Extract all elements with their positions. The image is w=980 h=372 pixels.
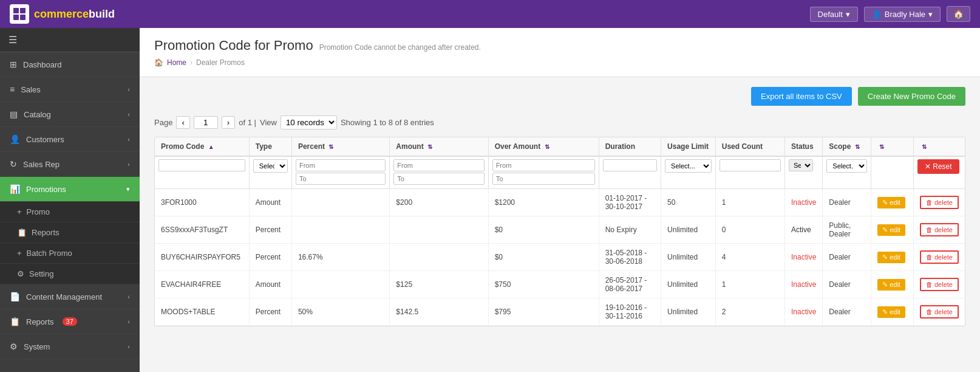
percent-to-input[interactable] [296,173,386,185]
cell-percent: 50% [291,298,389,326]
amount-sort-icon[interactable]: ⇅ [427,143,432,150]
scope-filter-select[interactable]: Select... Dealer Public [826,159,867,173]
delete-button[interactable]: 🗑 delete [920,305,959,319]
percent-sort-icon[interactable]: ⇅ [328,143,333,150]
content-arrow-icon: ‹ [128,293,130,300]
over-amount-to-input[interactable] [492,173,595,185]
export-csv-button[interactable]: Export all items to CSV [751,87,852,106]
edit-button[interactable]: ✎ edit [877,306,905,318]
cell-promo-code: EVACHAIR4FREE [155,271,249,298]
usage-limit-filter-select[interactable]: Select... Unlimited [665,159,712,173]
content-area: Promotion Code for Promo Promotion Code … [140,28,980,372]
user-dropdown[interactable]: 👤 Bradly Hale ▾ [864,7,941,22]
sidebar-item-customers[interactable]: 👤 Customers ‹ [0,127,140,152]
cell-percent [291,271,389,298]
cell-percent: 16.67% [291,244,389,271]
promo-code-sort-icon[interactable]: ▲ [208,143,214,150]
sidebar-item-catalog[interactable]: ▤ Catalog ‹ [0,102,140,127]
sidebar-item-system[interactable]: ⚙ System ‹ [0,334,140,359]
cell-over-amount: $750 [488,271,599,298]
edit-button[interactable]: ✎ edit [877,252,905,263]
cell-amount: $125 [390,271,488,298]
default-dropdown[interactable]: Default ▾ [810,7,858,22]
cell-edit-action: ✎ edit [871,271,914,298]
edit-button[interactable]: ✎ edit [877,224,905,236]
sidebar-item-reports[interactable]: 📋 Reports 37 ‹ [0,309,140,334]
type-filter-select[interactable]: Select... Amount Percent [253,159,288,173]
customers-arrow-icon: ‹ [128,136,130,143]
cell-promo-code: 6SS9xxxAF3TusgZT [155,216,249,244]
prev-page-button[interactable]: ‹ [176,116,189,129]
amount-to-input[interactable] [393,173,484,185]
sales-icon: ≡ [10,84,15,94]
sidebar-item-promotions[interactable]: 📊 Promotions ▾ [0,177,140,202]
sales-arrow-icon: ‹ [128,86,130,93]
cell-over-amount: $1200 [488,189,599,216]
edit-button[interactable]: ✎ edit [877,279,905,291]
cell-amount: $142.5 [390,298,488,326]
cell-promo-code: BUY6CHAIRSPAYFOR5 [155,244,249,271]
next-page-button[interactable]: › [222,116,235,129]
pagination-row: Page ‹ › of 1 | View 10 records 25 recor… [154,115,965,129]
cell-duration: No Expiry [599,216,661,244]
sidebar-item-dashboard[interactable]: ⊞ Dashboard [0,52,140,77]
col12-sort-icon[interactable]: ⇅ [922,143,927,150]
catalog-arrow-icon: ‹ [128,111,130,118]
cell-usage-limit: 50 [661,189,716,216]
edit-button[interactable]: ✎ edit [877,197,905,208]
page-number-input[interactable] [194,116,218,129]
promo-code-filter-input[interactable] [158,159,245,171]
sidebar-item-sales[interactable]: ≡ Sales ‹ [0,77,140,102]
percent-from-input[interactable] [296,159,386,171]
duration-filter-input[interactable] [603,159,657,171]
cell-used-count: 4 [715,244,784,271]
sidebar-sub-item-promo[interactable]: + Promo [0,202,140,222]
sidebar-sub-item-reports[interactable]: 📋 Reports [0,222,140,243]
cell-used-count: 2 [715,298,784,326]
delete-button[interactable]: 🗑 delete [920,250,959,264]
scope-sort-icon[interactable]: ⇅ [855,143,860,150]
of-pages-text: of 1 | [239,118,256,127]
reset-filter-button[interactable]: ✕ Reset [917,159,959,174]
sidebar-label-sales-rep: Sales Rep [23,160,60,169]
sidebar-item-sales-rep[interactable]: ↻ Sales Rep ‹ [0,152,140,177]
view-records-select[interactable]: 10 records 25 records 50 records [281,115,337,129]
sidebar-sub-label-batch-promo: Batch Promo [27,249,72,258]
sidebar-toggle-button[interactable]: ☰ [9,34,17,46]
status-filter-select[interactable]: Se Active Inactive [789,159,813,171]
cell-status: Inactive [784,298,822,326]
sidebar-item-content-management[interactable]: 📄 Content Management ‹ [0,284,140,309]
breadcrumb: 🏠 Home › Dealer Promos [154,58,965,67]
delete-button[interactable]: 🗑 delete [920,278,959,291]
col11-sort-icon[interactable]: ⇅ [879,143,884,150]
cell-scope: Dealer [823,189,871,216]
delete-button[interactable]: 🗑 delete [920,196,959,209]
cell-type: Percent [249,216,291,244]
svg-rect-3 [20,15,26,20]
create-promo-code-button[interactable]: Create New Promo Code [858,87,965,106]
cell-type: Percent [249,244,291,271]
cell-usage-limit: Unlimited [661,271,716,298]
cell-used-count: 1 [715,189,784,216]
cell-duration: 26-05-2017 - 08-06-2017 [599,271,661,298]
cell-over-amount: $0 [488,216,599,244]
amount-from-input[interactable] [393,159,484,171]
cell-amount [390,216,488,244]
promotions-icon: 📊 [10,184,20,194]
sidebar-sub-item-batch-promo[interactable]: + Batch Promo [0,243,140,264]
promo-plus-icon: + [17,207,22,216]
reports-arrow-icon: ‹ [128,318,130,325]
home-button[interactable]: 🏠 [947,6,970,22]
logo: commercebuild [10,4,115,24]
svg-rect-1 [20,8,26,13]
breadcrumb-home-link[interactable]: Home [167,58,186,67]
over-amount-from-input[interactable] [492,159,595,171]
col-scope: Scope ⇅ [823,137,871,156]
cell-type: Amount [249,189,291,216]
over-amount-sort-icon[interactable]: ⇅ [545,143,550,150]
sidebar-label-customers: Customers [26,135,64,144]
used-count-filter-input[interactable] [720,159,781,171]
delete-button[interactable]: 🗑 delete [920,223,959,236]
sidebar-sub-item-setting[interactable]: ⚙ Setting [0,264,140,284]
col-promo-code: Promo Code ▲ [155,137,249,156]
